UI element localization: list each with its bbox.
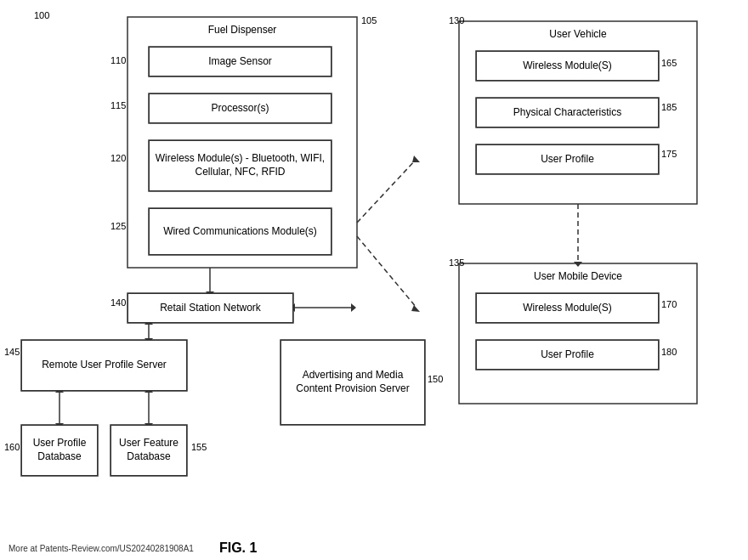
processors-label: Processor(s) <box>211 102 269 116</box>
wired-comms-box: Wired Communications Module(s) <box>149 208 332 255</box>
ref-145: 145 <box>4 347 20 357</box>
fig-label: FIG. 1 <box>219 540 257 556</box>
ad-server-box: Advertising and Media Content Provision … <box>280 340 425 425</box>
user-profile-db-box: User Profile Database <box>21 425 98 476</box>
ref-170: 170 <box>661 299 677 309</box>
ref-115: 115 <box>110 100 126 110</box>
user-profile-vehicle-label: User Profile <box>541 153 594 167</box>
user-mobile-title: User Mobile Device <box>459 270 697 282</box>
svg-rect-2 <box>459 263 697 404</box>
user-profile-db-label: User Profile Database <box>27 437 92 463</box>
ref-125: 125 <box>110 221 126 231</box>
wired-comms-label: Wired Communications Module(s) <box>163 225 317 239</box>
ref-175: 175 <box>661 149 677 159</box>
ref-120: 120 <box>110 153 126 163</box>
user-profile-mobile-label: User Profile <box>541 348 594 362</box>
retail-station-label: Retail Station Network <box>160 302 261 315</box>
footer: More at Patents-Review.com/US20240281908… <box>8 540 740 556</box>
ref-130: 130 <box>449 15 464 25</box>
user-profile-mobile-box: User Profile <box>476 340 659 370</box>
user-feature-db-label: User Feature Database <box>116 437 181 463</box>
wireless-module-vehicle-label: Wireless Module(S) <box>523 59 612 73</box>
remote-user-profile-box: Remote User Profile Server <box>21 340 187 391</box>
processors-box: Processor(s) <box>149 93 332 123</box>
svg-line-31 <box>357 159 416 223</box>
image-sensor-box: Image Sensor <box>149 47 332 76</box>
remote-user-profile-label: Remote User Profile Server <box>42 359 167 372</box>
wireless-module-mobile-box: Wireless Module(S) <box>476 293 659 323</box>
ref-140: 140 <box>110 297 126 308</box>
ref-155: 155 <box>191 442 207 452</box>
ref-160: 160 <box>4 442 20 452</box>
user-feature-db-box: User Feature Database <box>110 425 187 476</box>
ad-server-label: Advertising and Media Content Provision … <box>286 369 419 395</box>
wireless-module-fuel-label: Wireless Module(s) - Bluetooth, WIFI, Ce… <box>155 152 326 178</box>
ref-185: 185 <box>661 102 677 112</box>
svg-line-33 <box>357 236 416 308</box>
physical-chars-box: Physical Characteristics <box>476 98 659 127</box>
ref-110: 110 <box>110 55 126 65</box>
user-vehicle-title: User Vehicle <box>459 28 697 40</box>
svg-marker-36 <box>574 262 582 267</box>
wireless-module-mobile-label: Wireless Module(S) <box>523 302 612 315</box>
ref-150: 150 <box>428 374 443 384</box>
wireless-module-fuel-box: Wireless Module(s) - Bluetooth, WIFI, Ce… <box>149 140 332 191</box>
ref-105: 105 <box>361 15 377 25</box>
fuel-dispenser-title: Fuel Dispenser <box>128 24 357 36</box>
footer-text: More at Patents-Review.com/US20240281908… <box>8 544 194 553</box>
ref-180: 180 <box>661 347 677 357</box>
physical-chars-label: Physical Characteristics <box>513 106 621 120</box>
ref-135: 135 <box>449 257 464 268</box>
wireless-module-vehicle-box: Wireless Module(S) <box>476 51 659 81</box>
svg-marker-32 <box>412 156 420 162</box>
ref-165: 165 <box>661 58 677 68</box>
diagram-container: 100 Fuel Dispenser 105 110 Image Sensor … <box>0 0 748 527</box>
user-profile-vehicle-box: User Profile <box>476 144 659 174</box>
svg-marker-23 <box>351 303 356 312</box>
svg-marker-34 <box>411 305 420 312</box>
ref-100: 100 <box>34 10 49 20</box>
image-sensor-label: Image Sensor <box>208 55 272 69</box>
retail-station-box: Retail Station Network <box>128 293 293 323</box>
